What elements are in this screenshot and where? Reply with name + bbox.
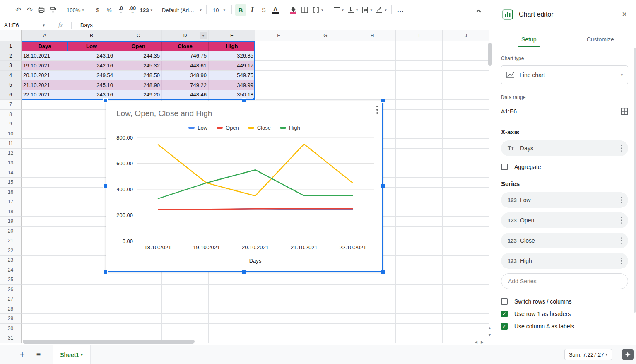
cell-B2[interactable]: 243.16 bbox=[68, 51, 115, 61]
name-box[interactable]: A1:E6 ▾ bbox=[0, 22, 45, 28]
cell-C26[interactable] bbox=[115, 285, 162, 295]
more-toolbar-button[interactable]: … bbox=[395, 4, 406, 16]
cell-B5[interactable]: 245.10 bbox=[68, 80, 115, 90]
row-header-1[interactable]: 1 bbox=[0, 41, 22, 51]
cell-C3[interactable]: 245.32 bbox=[115, 61, 162, 71]
column-header-H[interactable]: H bbox=[349, 30, 396, 41]
all-sheets-icon[interactable]: ≡ bbox=[36, 350, 41, 359]
cell-G26[interactable] bbox=[302, 285, 349, 295]
cell-G1[interactable] bbox=[302, 41, 349, 51]
redo-icon[interactable]: ↷ bbox=[24, 4, 36, 16]
zoom-select[interactable]: 100% ▾ bbox=[65, 4, 86, 16]
cell-B29[interactable] bbox=[68, 314, 115, 324]
chart-more-menu-icon[interactable] bbox=[376, 106, 378, 114]
row-header-31[interactable]: 31 bbox=[0, 333, 22, 343]
cell-I11[interactable] bbox=[396, 139, 443, 149]
cell-C27[interactable] bbox=[115, 294, 162, 304]
cell-J10[interactable] bbox=[443, 129, 489, 139]
row-header-14[interactable]: 14 bbox=[0, 168, 22, 178]
cell-J4[interactable] bbox=[443, 71, 489, 81]
formula-input[interactable]: Days bbox=[80, 22, 93, 28]
cell-C1[interactable]: Open bbox=[115, 41, 162, 51]
cell-A18[interactable] bbox=[22, 207, 68, 217]
cell-J14[interactable] bbox=[443, 168, 489, 178]
cell-F2[interactable] bbox=[255, 51, 302, 61]
cell-E28[interactable] bbox=[209, 304, 255, 314]
cell-F27[interactable] bbox=[255, 294, 302, 304]
chart-type-select[interactable]: Line chart ▾ bbox=[501, 65, 628, 84]
cell-I3[interactable] bbox=[396, 61, 443, 71]
cell-G29[interactable] bbox=[302, 314, 349, 324]
row-header-30[interactable]: 30 bbox=[0, 324, 22, 334]
cell-B28[interactable] bbox=[68, 304, 115, 314]
format-percent-button[interactable]: % bbox=[104, 4, 115, 16]
row-header-24[interactable]: 24 bbox=[0, 265, 22, 275]
cell-G28[interactable] bbox=[302, 304, 349, 314]
cell-I19[interactable] bbox=[396, 217, 443, 227]
row-header-7[interactable]: 7 bbox=[0, 100, 22, 110]
cell-J15[interactable] bbox=[443, 178, 489, 188]
cell-A16[interactable] bbox=[22, 188, 68, 198]
data-range-input[interactable]: A1:E6 bbox=[501, 104, 628, 118]
fill-color-button[interactable] bbox=[287, 4, 299, 16]
cell-I12[interactable] bbox=[396, 149, 443, 159]
cell-B26[interactable] bbox=[68, 285, 115, 295]
cell-J2[interactable] bbox=[443, 51, 489, 61]
bold-button[interactable]: B bbox=[235, 4, 246, 16]
series-pill-high[interactable]: 123 High bbox=[501, 253, 628, 269]
cell-A4[interactable]: 20.10.2021 bbox=[22, 71, 68, 81]
cell-A9[interactable] bbox=[22, 119, 68, 129]
column-header-E[interactable]: E bbox=[209, 30, 255, 41]
row-header-17[interactable]: 17 bbox=[0, 197, 22, 207]
cell-I27[interactable] bbox=[396, 294, 443, 304]
row-header-29[interactable]: 29 bbox=[0, 314, 22, 324]
cell-G27[interactable] bbox=[302, 294, 349, 304]
column-header-G[interactable]: G bbox=[302, 30, 349, 41]
text-wrap-button[interactable]: ▾ bbox=[360, 4, 374, 16]
cell-E31[interactable] bbox=[209, 333, 255, 343]
cell-D1[interactable]: Close bbox=[162, 41, 209, 51]
cell-A19[interactable] bbox=[22, 217, 68, 227]
row-header-26[interactable]: 26 bbox=[0, 285, 22, 295]
cell-H25[interactable] bbox=[349, 275, 396, 285]
chart-handle[interactable] bbox=[381, 270, 385, 274]
scroll-left-icon[interactable]: ◀ bbox=[475, 340, 477, 344]
cell-J26[interactable] bbox=[443, 285, 489, 295]
add-series-input[interactable]: Add Series bbox=[501, 273, 628, 289]
scroll-up-icon[interactable]: ▲ bbox=[488, 326, 491, 330]
scroll-right-icon[interactable]: ▶ bbox=[481, 340, 484, 344]
cell-I31[interactable] bbox=[396, 333, 443, 343]
cell-C6[interactable]: 249.20 bbox=[115, 90, 162, 100]
cell-J19[interactable] bbox=[443, 217, 489, 227]
tab-setup[interactable]: Setup bbox=[493, 29, 565, 50]
collapse-toolbar-icon[interactable] bbox=[473, 5, 484, 17]
italic-button[interactable]: I bbox=[246, 4, 258, 16]
cell-J30[interactable] bbox=[443, 324, 489, 334]
chart-handle[interactable] bbox=[104, 270, 107, 274]
merge-cells-button[interactable]: ▾ bbox=[311, 4, 325, 16]
cell-A15[interactable] bbox=[22, 178, 68, 188]
cell-F31[interactable] bbox=[255, 333, 302, 343]
cell-B4[interactable]: 249.54 bbox=[68, 71, 115, 81]
cell-J16[interactable] bbox=[443, 188, 489, 198]
chart-handle[interactable] bbox=[381, 184, 385, 188]
row-header-8[interactable]: 8 bbox=[0, 110, 22, 120]
cell-F29[interactable] bbox=[255, 314, 302, 324]
cell-H29[interactable] bbox=[349, 314, 396, 324]
cell-C29[interactable] bbox=[115, 314, 162, 324]
cell-E27[interactable] bbox=[209, 294, 255, 304]
cell-J20[interactable] bbox=[443, 227, 489, 236]
increase-decimal-button[interactable]: .00→ bbox=[127, 4, 138, 16]
cell-I10[interactable] bbox=[396, 129, 443, 139]
cell-I29[interactable] bbox=[396, 314, 443, 324]
row-header-16[interactable]: 16 bbox=[0, 188, 22, 198]
cell-H31[interactable] bbox=[349, 333, 396, 343]
cell-J25[interactable] bbox=[443, 275, 489, 285]
switch-rows-columns-checkbox[interactable]: Switch rows / columns bbox=[501, 298, 628, 305]
cell-C25[interactable] bbox=[115, 275, 162, 285]
cell-I17[interactable] bbox=[396, 197, 443, 207]
cell-D28[interactable] bbox=[162, 304, 209, 314]
column-dropdown-icon[interactable]: ▾ bbox=[200, 32, 207, 39]
use-row1-headers-checkbox[interactable]: ✓ Use row 1 as headers bbox=[501, 311, 628, 317]
cell-A26[interactable] bbox=[22, 285, 68, 295]
